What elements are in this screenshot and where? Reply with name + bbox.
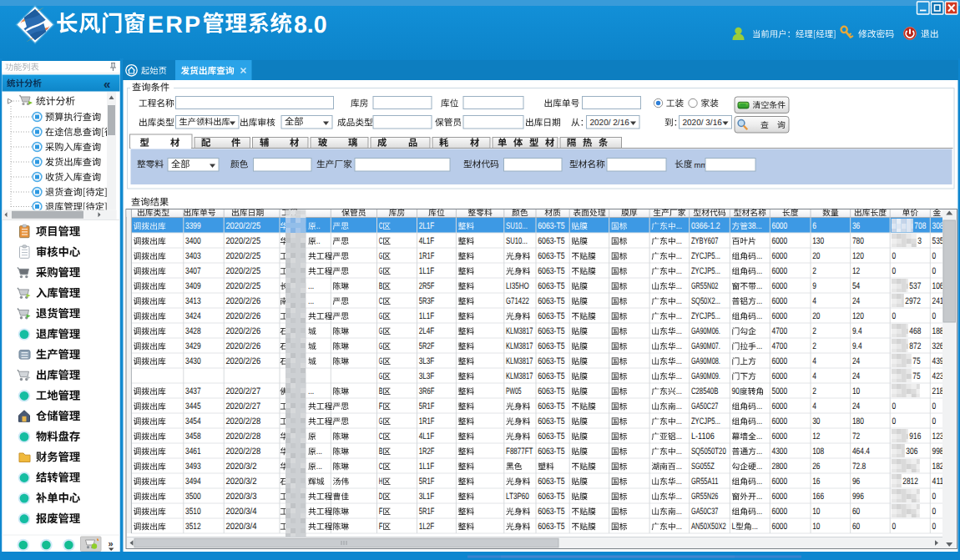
svg-text:20: 20 — [812, 251, 820, 261]
svg-text:ZYBY607: ZYBY607 — [691, 236, 719, 246]
svg-text:...: ... — [756, 296, 762, 306]
svg-text:1R1F: 1R1F — [419, 416, 435, 426]
svg-text:218: 218 — [932, 386, 944, 396]
svg-text:«: « — [104, 78, 110, 92]
svg-text:...: ... — [676, 371, 682, 381]
svg-text:6063-T5: 6063-T5 — [538, 341, 565, 351]
svg-text:...: ... — [676, 356, 682, 366]
svg-text:6063-T5: 6063-T5 — [538, 492, 565, 502]
svg-text:SQ5050T20: SQ5050T20 — [691, 446, 726, 457]
svg-text:6000: 6000 — [772, 236, 788, 246]
svg-text:6063-T5: 6063-T5 — [538, 221, 565, 231]
svg-text:2020/3/4: 2020/3/4 — [225, 522, 256, 532]
svg-text:5R1F: 5R1F — [419, 401, 435, 411]
svg-text:...: ... — [756, 251, 762, 261]
svg-text:C: C — [379, 431, 383, 441]
svg-text:G: G — [379, 311, 383, 321]
svg-text:4700: 4700 — [772, 341, 788, 351]
svg-text:..: .. — [316, 236, 321, 246]
svg-text:3403: 3403 — [185, 251, 201, 261]
svg-text:1L2F: 1L2F — [419, 522, 435, 532]
svg-text:B: B — [379, 281, 383, 291]
svg-text:G: G — [379, 371, 383, 381]
svg-text:4: 4 — [812, 296, 816, 306]
svg-text:0: 0 — [892, 311, 896, 321]
svg-text:2020/2/25: 2020/2/25 — [225, 251, 260, 261]
svg-text:12: 12 — [852, 266, 860, 276]
svg-text:5R1F: 5R1F — [419, 507, 435, 517]
svg-text:...: ... — [308, 386, 314, 396]
svg-text:B: B — [379, 446, 383, 457]
svg-text:6063-T5: 6063-T5 — [538, 416, 565, 426]
svg-text:3494: 3494 — [185, 477, 201, 487]
svg-text:5R2F: 5R2F — [419, 341, 435, 351]
svg-text:2020/3/3: 2020/3/3 — [225, 492, 256, 502]
svg-text:...: ... — [676, 311, 682, 321]
svg-text:C: C — [379, 236, 383, 246]
svg-text:423: 423 — [932, 371, 944, 381]
svg-text:96: 96 — [852, 477, 860, 487]
svg-text:2020/2/26: 2020/2/26 — [225, 296, 260, 306]
svg-text:6000: 6000 — [772, 522, 788, 532]
svg-text:KLM3817: KLM3817 — [506, 371, 533, 381]
svg-text:...: ... — [676, 492, 682, 502]
svg-text:2020/2/25: 2020/2/25 — [225, 266, 260, 276]
svg-text:6063-T5: 6063-T5 — [538, 401, 565, 411]
svg-text:F8877FT: F8877FT — [506, 446, 533, 457]
svg-text:B: B — [379, 386, 383, 396]
svg-text:3429: 3429 — [185, 341, 201, 351]
svg-text:6063-T5: 6063-T5 — [538, 266, 565, 276]
svg-text:4L1F: 4L1F — [419, 431, 435, 441]
svg-text:2800: 2800 — [772, 462, 788, 472]
svg-text:24: 24 — [852, 356, 860, 366]
svg-text:5R3F: 5R3F — [419, 296, 435, 306]
svg-text:...: ... — [756, 462, 762, 472]
svg-text:9.4: 9.4 — [852, 326, 862, 336]
svg-text:120: 120 — [852, 251, 864, 261]
svg-text:3L1F: 3L1F — [419, 492, 435, 502]
svg-text:12: 12 — [812, 431, 820, 441]
svg-text:4: 4 — [812, 371, 816, 381]
svg-text:...: ... — [676, 431, 682, 441]
svg-text:2020/3/2: 2020/3/2 — [225, 462, 256, 472]
svg-text:9.4: 9.4 — [852, 341, 862, 351]
svg-text:241: 241 — [932, 296, 944, 306]
svg-text:...: ... — [676, 221, 682, 231]
svg-text:G71422: G71422 — [506, 296, 529, 306]
svg-text:G: G — [379, 266, 383, 276]
svg-text:0: 0 — [932, 492, 937, 502]
svg-text:3454: 3454 — [185, 416, 201, 426]
svg-text:2020/2/27: 2020/2/27 — [225, 401, 260, 411]
svg-text:411: 411 — [932, 477, 944, 487]
svg-text:108: 108 — [812, 446, 824, 457]
svg-text:6063-T5: 6063-T5 — [538, 371, 565, 381]
svg-text:...: ... — [756, 401, 762, 411]
svg-text:PW05: PW05 — [506, 386, 522, 396]
svg-text:G: G — [379, 416, 383, 426]
svg-text:2020/ 3/16: 2020/ 3/16 — [683, 119, 723, 128]
svg-text:3: 3 — [917, 236, 922, 246]
svg-text:GR55A11: GR55A11 — [691, 477, 719, 487]
svg-text:2020/2/25: 2020/2/25 — [225, 236, 260, 246]
svg-text:2020/2/28: 2020/2/28 — [225, 446, 260, 457]
svg-text:...: ... — [316, 446, 322, 457]
svg-text:KLM3817: KLM3817 — [506, 326, 533, 336]
svg-text:...: ... — [756, 431, 762, 441]
svg-text:6000: 6000 — [772, 311, 788, 321]
svg-text:1R2F: 1R2F — [419, 446, 435, 457]
svg-text:2020/2/28: 2020/2/28 — [225, 416, 260, 426]
svg-text:182: 182 — [932, 462, 944, 472]
svg-text:2972: 2972 — [905, 296, 921, 306]
svg-text:0366-1.2: 0366-1.2 — [691, 221, 720, 231]
svg-text:3428: 3428 — [185, 326, 201, 336]
svg-text:...: ... — [676, 386, 682, 396]
svg-text:GA90M06.: GA90M06. — [691, 326, 720, 336]
svg-text:F: F — [379, 522, 383, 532]
svg-text:3413: 3413 — [185, 296, 201, 306]
svg-text:D: D — [379, 492, 383, 502]
svg-text:0: 0 — [932, 416, 937, 426]
svg-text:130: 130 — [812, 236, 824, 246]
svg-text:3458: 3458 — [185, 431, 201, 441]
svg-text:SG055Z: SG055Z — [691, 462, 715, 472]
svg-text:0: 0 — [932, 311, 937, 321]
